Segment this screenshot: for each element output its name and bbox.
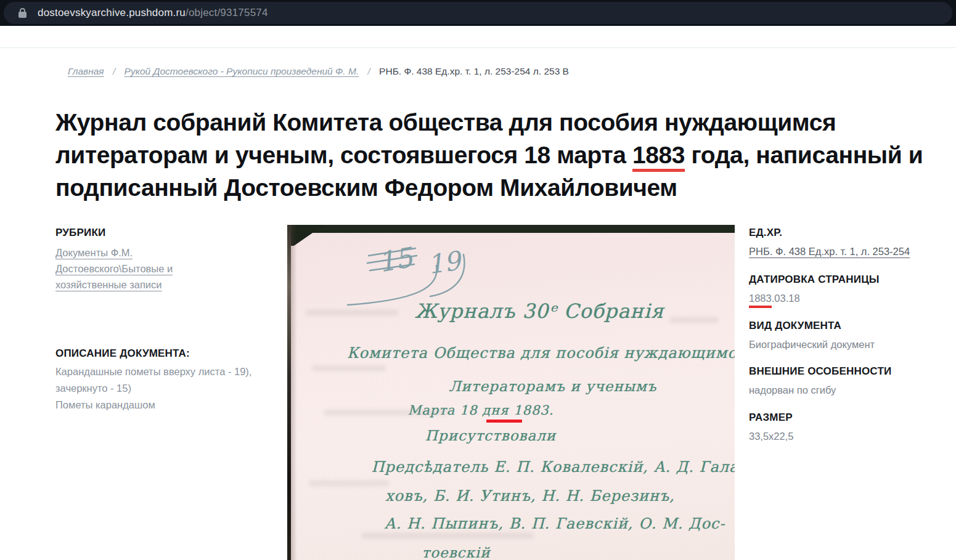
manuscript-text-line: Журналъ 30ᵉ Собранія (415, 299, 664, 323)
url-omnibox[interactable]: dostoevskyarchive.pushdom.ru/object/9317… (4, 2, 952, 24)
manuscript-image[interactable]: 15 19 Журналъ 30ᵉ Собранія Комитета Обще… (287, 225, 735, 560)
size-value: 33,5х22,5 (749, 429, 793, 444)
url-text[interactable]: dostoevskyarchive.pushdom.ru/object/9317… (38, 7, 268, 19)
bleed-through-smudge (361, 533, 534, 538)
url-path: /object/93175574 (186, 7, 268, 18)
manuscript-text-line: Присутствовали (425, 428, 556, 444)
description-line: Карандашные пометы вверху листа - 19), з… (55, 363, 259, 397)
browser-address-bar: dostoevskyarchive.pushdom.ru/object/9317… (0, 0, 956, 26)
page-title-line: подписанный Достоевским Федором Михайлов… (55, 171, 949, 204)
manuscript-text-line: ховъ, Б. И. Утинъ, Н. Н. Березинъ, (385, 487, 675, 505)
scan-left-shade (291, 225, 297, 560)
ed-hr-label: ЕД.ХР. (749, 227, 910, 239)
manuscript-date-line: Марта 18 дня 1883. (408, 403, 554, 418)
breadcrumb-current: РНБ. Ф. 438 Ед.хр. т. 1, л. 253-254 л. 2… (379, 66, 569, 76)
url-domain: dostoevskyarchive.pushdom.ru (38, 7, 186, 18)
breadcrumb: Главная / Рукой Достоевского - Рукописи … (68, 66, 918, 77)
page-title-line: литераторам и ученым, состоявшегося 18 м… (55, 139, 949, 171)
bleed-through-smudge (669, 317, 719, 323)
rubrics-link[interactable]: Документы Ф.М. Достоевского\Бытовые и хо… (55, 245, 203, 293)
page-title-line: Журнал собраний Комитета общества для по… (55, 106, 949, 139)
breadcrumb-section-link[interactable]: Рукой Достоевского - Рукописи произведен… (125, 66, 359, 76)
ed-hr-link[interactable]: РНБ. Ф. 438 Ед.хр. т. 1, л. 253-254 (749, 246, 910, 257)
manuscript-text-line: Литераторамъ и ученымъ (449, 378, 656, 394)
manuscript-text-line: А. Н. Пыпинъ, В. П. Гаевскій, О. М. Дос- (385, 515, 725, 532)
pencil-number: 19 (425, 245, 464, 280)
breadcrumb-separator: / (113, 66, 115, 76)
doc-type-label: ВИД ДОКУМЕНТА (749, 320, 875, 332)
description-text: Карандашные пометы вверху листа - 19), з… (55, 363, 259, 413)
external-features-label: ВНЕШНИЕ ОСОБЕННОСТИ (749, 365, 891, 378)
external-features-value: надорван по сгибу (749, 383, 891, 397)
dating-label: ДАТИРОВКА СТРАНИЦЫ (749, 274, 880, 286)
manuscript-text-line: тоевскій (422, 545, 490, 560)
bleed-through-smudge (309, 481, 389, 486)
scan-top-edge (287, 225, 735, 233)
page: dostoevskyarchive.pushdom.ru/object/9317… (0, 0, 956, 560)
doc-type-value: Биографический документ (749, 337, 875, 352)
size-label: РАЗМЕР (749, 412, 793, 424)
dating-year-highlight: 1883 (749, 293, 772, 308)
bleed-through-smudge (312, 365, 386, 371)
description-label: ОПИСАНИЕ ДОКУМЕНТА: (55, 347, 190, 360)
browser-toolbar-gap (0, 26, 956, 48)
breadcrumb-home-link[interactable]: Главная (68, 66, 104, 76)
description-line: Пометы карандашом (55, 397, 259, 413)
manuscript-text-line: Предсѣдатель Е. П. Ковалевскій, А. Д. Га… (372, 458, 735, 476)
manuscript-text-line: Комитета Общества для пособія нуждающимс… (347, 344, 735, 362)
red-underline-annotation (486, 420, 522, 423)
dating-value: 1883.03.18 (749, 291, 880, 306)
rubrics-label: РУБРИКИ (55, 227, 265, 239)
breadcrumb-separator: / (367, 66, 370, 76)
page-title: Журнал собраний Комитета общества для по… (55, 106, 949, 204)
lock-icon[interactable] (18, 8, 27, 18)
left-metadata-panel: РУБРИКИ Документы Ф.М. Достоевского\Быто… (55, 227, 265, 293)
pencil-crossed-number: 15 (375, 241, 417, 278)
highlighted-year: 1883 (632, 142, 685, 172)
